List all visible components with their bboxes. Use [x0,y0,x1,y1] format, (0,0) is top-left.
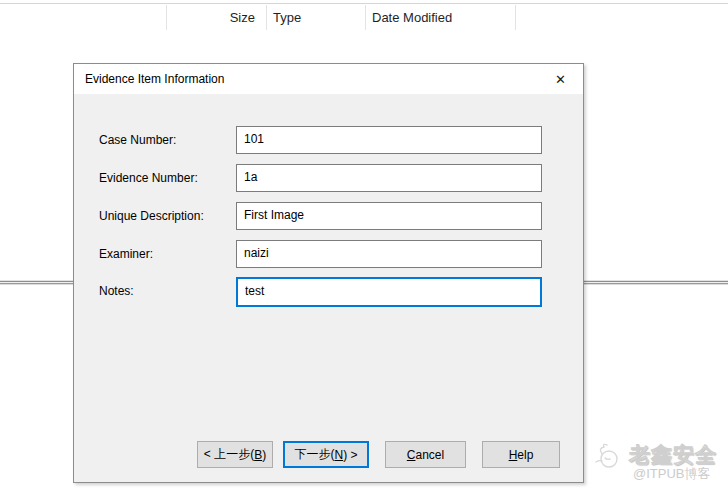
evidence-number-label: Evidence Number: [99,171,198,185]
watermark-logo-icon [592,440,624,472]
case-number-label: Case Number: [99,133,176,147]
column-header-date-modified[interactable]: Date Modified [372,10,452,25]
screen: Size Type Date Modified Evidence Item In… [0,0,728,491]
notes-label: Notes: [99,284,134,298]
header-top-line [0,3,728,4]
next-button[interactable]: 下一步(N) > [283,441,369,468]
case-number-input[interactable] [236,126,542,154]
watermark-attribution: @ITPUB博客 [633,465,710,483]
column-separator[interactable] [365,5,366,30]
column-header-size[interactable]: Size [166,10,261,25]
close-button[interactable]: ✕ [538,64,583,94]
examiner-input[interactable] [236,240,542,268]
field-row-examiner: Examiner: [74,240,583,270]
notes-input[interactable] [236,277,542,307]
cancel-button-accesskey: C [407,448,416,462]
field-row-notes: Notes: [74,277,583,307]
field-row-evidence-number: Evidence Number: [74,164,583,194]
next-button-label: 下一步( [294,446,334,463]
unique-description-label: Unique Description: [99,209,204,223]
cancel-button[interactable]: Cancel [385,441,466,468]
field-row-case-number: Case Number: [74,126,583,156]
evidence-number-input[interactable] [236,164,542,192]
back-button-label: < 上一步( [204,446,254,463]
next-button-accesskey: N [334,448,343,462]
back-button-accesskey: B [254,448,262,462]
cancel-button-label: ancel [415,448,444,462]
next-button-label-end: ) > [343,448,357,462]
back-button[interactable]: < 上一步(B) [197,441,273,468]
field-row-unique-description: Unique Description: [74,202,583,232]
dialog-title: Evidence Item Information [85,64,224,94]
column-separator[interactable] [515,5,516,30]
column-separator[interactable] [266,5,267,30]
help-button-label: elp [517,448,533,462]
evidence-item-information-dialog: Evidence Item Information ✕ Case Number:… [73,63,584,483]
dialog-titlebar[interactable]: Evidence Item Information ✕ [74,64,583,94]
examiner-label: Examiner: [99,247,153,261]
back-button-label-end: ) [262,448,266,462]
help-button[interactable]: Help [482,441,560,468]
help-button-accesskey: H [509,448,518,462]
unique-description-input[interactable] [236,202,542,230]
close-icon: ✕ [555,72,566,87]
column-header-type[interactable]: Type [273,10,301,25]
